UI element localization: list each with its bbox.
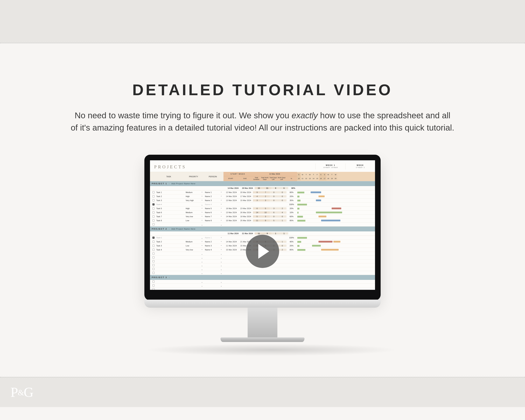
task-checkbox[interactable] [152,219,155,222]
brand-logo: P&G [10,384,33,400]
priority-select[interactable]: High [186,207,205,209]
task-daysleft: 0 [270,215,278,217]
day-letter: S [319,173,323,177]
task-checkbox[interactable] [152,268,155,270]
task-workdaysleft: 1 [278,219,286,222]
person-select[interactable]: Name 2 [205,241,224,243]
task-progress-bar [297,203,309,205]
priority-select[interactable]: Low [186,219,205,222]
task-workdays: 10 [261,211,270,214]
task-row-empty [150,284,375,288]
person-select[interactable]: Name 1 [205,237,224,239]
priority-select[interactable]: Very high [186,199,205,201]
day-letter: T [304,173,308,177]
task-checkbox[interactable] [152,272,155,274]
task-checkbox[interactable] [152,215,155,217]
day-number: 15 [315,177,319,180]
start-week-mid: START WEEK 13 Mar 2024 START DUE Total D… [224,172,297,181]
day-letter: T [312,173,315,177]
task-checkbox[interactable] [152,237,155,239]
task-name: Task 5 [156,207,186,209]
hdr-start: START [224,178,238,179]
monitor-screen: PROJECTS WEEK 110 March - 16 MarchWEEK17… [150,160,375,290]
task-name: Task 8 [156,219,186,222]
task-checkbox[interactable] [152,260,155,262]
task-progress-bar [297,241,309,243]
task-gantt [309,215,375,218]
person-select[interactable]: Name 6 [205,211,224,214]
priority-select[interactable]: Low [186,245,205,247]
task-row-empty [150,280,375,284]
person-select[interactable]: Name 4 [205,249,224,251]
priority-select[interactable]: High [186,195,205,197]
task-row: Task 8 Low Name 8 15 Mar 2024 25 Mar 202… [150,219,375,223]
task-daysleft: 5 [270,219,278,222]
task-start: 12 Mar 2024 [224,191,239,193]
person-select[interactable]: Name 3 [205,245,224,247]
priority-select[interactable]: Medium [186,211,205,214]
task-percent: 10% [286,211,297,214]
task-checkbox[interactable] [152,199,155,201]
task-row: Task 1 Medium Name 1 12 Mar 2024 20 Mar … [150,190,375,195]
person-select[interactable]: Name 8 [205,219,224,222]
task-gantt [309,244,375,247]
task-checkbox[interactable] [152,191,155,193]
task-progress-bar [297,195,309,197]
person-select[interactable]: Name 7 [205,215,224,217]
task-name: Task 2 [156,195,186,197]
priority-select[interactable]: Medium [186,241,205,243]
project-hint: Add Project Name Here [171,228,196,230]
priority-select[interactable]: Very low [186,249,205,251]
task-percent: 85% [286,249,297,251]
task-duration: 11 [253,219,261,222]
task-checkbox[interactable] [152,223,155,225]
task-checkbox[interactable] [152,280,155,283]
task-checkbox[interactable] [152,241,155,243]
person-select[interactable]: Name 3 [205,199,224,201]
week-range: 17 March - 2 [346,167,375,168]
day-number: 20 [334,177,338,180]
task-workdaysleft: 4 [278,211,286,214]
page-subtitle: No need to waste time trying to figure i… [70,109,455,134]
task-checkbox[interactable] [152,264,155,266]
task-checkbox[interactable] [152,288,155,290]
day-number: 11 [301,177,304,180]
task-duration: 9 [253,191,261,193]
priority-select[interactable]: Very low [186,215,205,217]
task-percent: 100% [286,203,297,205]
task-gantt [309,207,375,210]
start-week-label: START WEEK [224,173,252,175]
task-daysleft: 0 [270,199,278,201]
task-checkbox[interactable] [152,252,155,255]
task-workdaysleft: 0 [278,215,286,217]
day-number: 14 [312,177,315,180]
person-select[interactable]: Name 4 [205,203,224,205]
task-progress-bar [297,219,309,222]
task-workdays: 3 [261,199,270,201]
person-select[interactable]: Name 1 [205,191,224,193]
task-checkbox[interactable] [152,256,155,259]
person-select[interactable]: Name 2 [205,195,224,197]
day-number: 19 [330,177,334,180]
task-checkbox[interactable] [152,249,155,251]
task-start: 15 Mar 2024 [224,249,239,251]
task-percent: 20% [286,195,297,197]
task-checkbox[interactable] [152,203,155,205]
task-checkbox[interactable] [152,245,155,247]
priority-select[interactable]: Medium [186,191,205,193]
monitor-stand-neck [248,308,277,337]
task-checkbox[interactable] [152,284,155,287]
task-due: 25 Mar 2024 [239,219,253,222]
task-progress-bar [297,191,309,193]
task-checkbox[interactable] [152,207,155,209]
person-select[interactable]: Name 5 [205,207,224,209]
play-icon [258,244,269,259]
task-start: 15 Mar 2024 [224,219,239,222]
task-gantt [309,248,375,251]
task-workdays: 7 [261,191,270,193]
play-button[interactable] [246,235,279,268]
task-checkbox[interactable] [152,211,155,214]
hdr-pct: % [286,178,297,179]
project-summary-row: 14 Mar 202428 Mar 202415118680% [150,186,375,190]
task-checkbox[interactable] [152,195,155,197]
